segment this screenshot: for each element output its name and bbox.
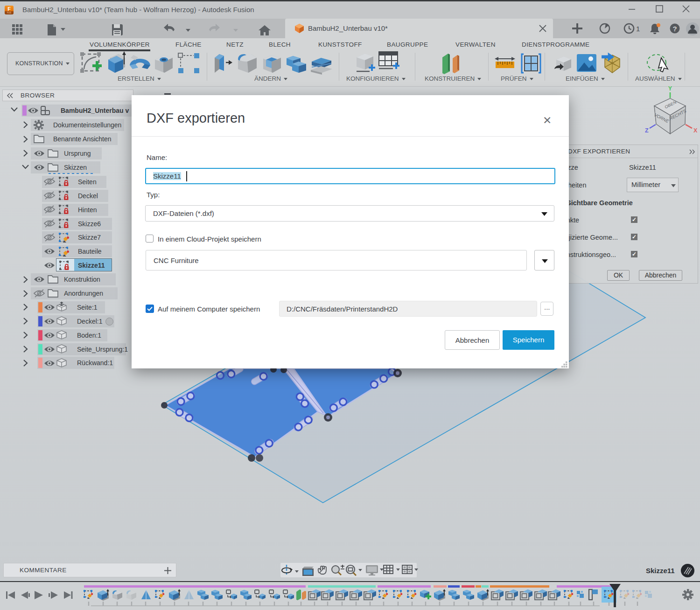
svg-text:Z: Z: [645, 127, 649, 134]
svg-text:X: X: [693, 127, 698, 134]
svg-text:Y: Y: [668, 85, 672, 92]
